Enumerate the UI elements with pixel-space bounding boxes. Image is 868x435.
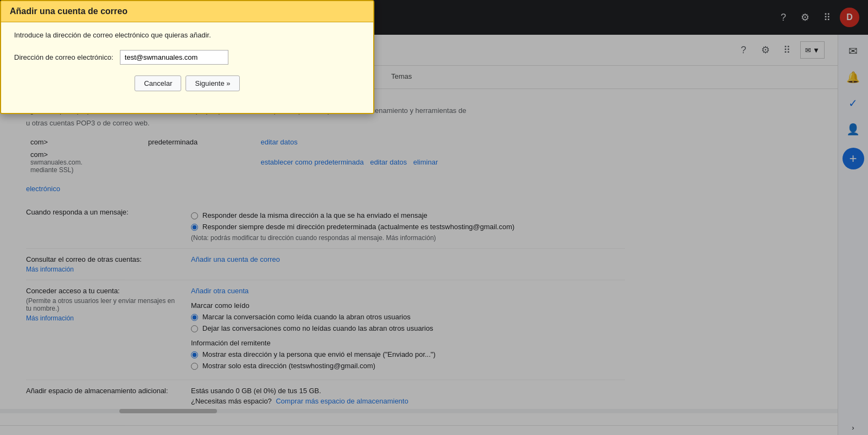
modal-form-row: Dirección de correo electrónico: [14,50,360,65]
cancel-button[interactable]: Cancelar [135,75,181,91]
modal-header: Añadir una cuenta de correo [1,1,373,22]
add-email-dialog: Añadir una cuenta de correo Introduce la… [0,0,374,114]
modal-buttons: Cancelar Siguiente » [14,75,360,96]
modal-title: Añadir una cuenta de correo [10,7,127,16]
modal-subtitle: Introduce la dirección de correo electró… [14,31,360,39]
modal-body: Introduce la dirección de correo electró… [1,22,373,113]
email-input[interactable] [120,50,228,65]
email-form-label: Dirección de correo electrónico: [14,53,113,61]
modal-overlay[interactable]: Añadir una cuenta de correo Introduce la… [0,0,868,435]
next-button[interactable]: Siguiente » [186,75,239,91]
